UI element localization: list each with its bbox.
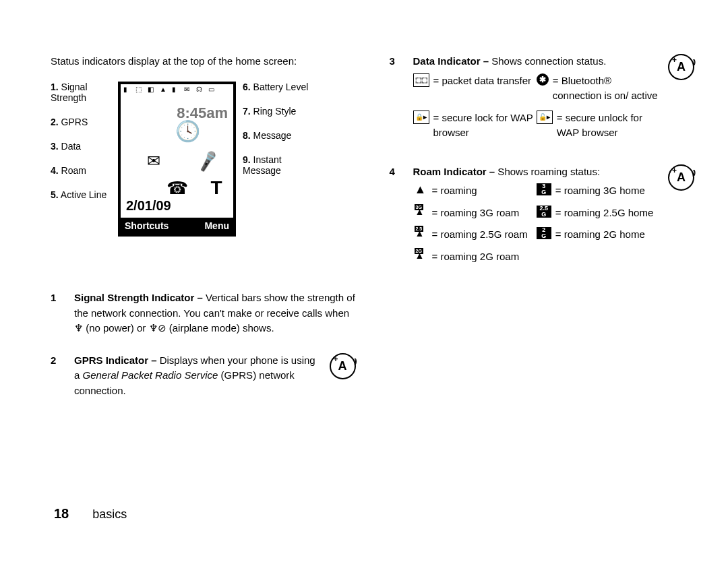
section-name: basics <box>92 507 127 521</box>
phone-diagram: 1. Signal Strength 2. GPRS 3. Data 4. Ro… <box>51 82 356 277</box>
roam-25g-roam-icon: 2.5▲ <box>413 227 428 241</box>
antenna-off-icon: ♆⊘ <box>149 323 166 334</box>
roam-2g-roam-icon: 2G▲ <box>413 249 428 263</box>
left-column: Status indicators display at the top of … <box>51 54 356 415</box>
status-bar: ▮⬚◧▲▮✉☊▭ <box>121 84 233 97</box>
secure-lock-icon: 🔒▸ <box>413 111 429 124</box>
roam-2g-home-icon: 2G <box>537 227 551 239</box>
item-1: 1 Signal Strength Indicator – Vertical b… <box>51 290 356 336</box>
roam-25g-home-icon: 2.5G <box>537 206 551 218</box>
t-icon: T <box>207 179 226 197</box>
roam-icon: ▲ <box>413 183 428 195</box>
roam-3g-home-icon: 3G <box>537 183 551 195</box>
left-callouts: 1. Signal Strength 2. GPRS 3. Data 4. Ro… <box>51 82 118 214</box>
left-softkey: Shortcuts <box>125 220 169 231</box>
softkeys: Shortcuts Menu <box>121 218 233 234</box>
packet-data-icon: ⬚⬚ <box>413 73 429 87</box>
roam-3g-roam-icon: 3G▲ <box>413 206 428 219</box>
page-footer: 18 basics <box>54 506 127 522</box>
right-softkey: Menu <box>204 220 229 231</box>
secure-unlock-icon: 🔓▸ <box>537 111 553 124</box>
accessibility-icon: A <box>330 353 356 379</box>
mail-icon: ✉ <box>144 152 163 170</box>
page-number: 18 <box>54 506 69 521</box>
right-callouts: 6. Battery Level 7. Ring Style 8. Messag… <box>243 82 310 189</box>
item-3: 3 Data Indicator – Shows connection stat… <box>390 54 695 148</box>
right-column: 3 Data Indicator – Shows connection stat… <box>390 54 695 415</box>
bluetooth-icon: ✱ <box>537 73 549 86</box>
accessibility-icon: A <box>668 164 694 191</box>
intro-text: Status indicators display at the top of … <box>51 54 356 68</box>
clock-icon: 🕓 <box>178 121 197 140</box>
phone-date: 2/01/09 <box>126 198 171 214</box>
phone-screen: ▮⬚◧▲▮✉☊▭ 8:45am 🕓 ✉ 🎤 ☎ T 2/01/09 Shortc… <box>118 82 236 237</box>
mic-icon: 🎤 <box>196 150 219 173</box>
accessibility-icon: A <box>668 54 694 80</box>
item-2: 2 GPRS Indicator – Displays when your ph… <box>51 353 356 399</box>
call-icon: ☎ <box>168 179 187 197</box>
item-4: 4 Roam Indicator – Shows roaming status:… <box>390 164 695 272</box>
antenna-icon: ♆ <box>74 323 83 334</box>
